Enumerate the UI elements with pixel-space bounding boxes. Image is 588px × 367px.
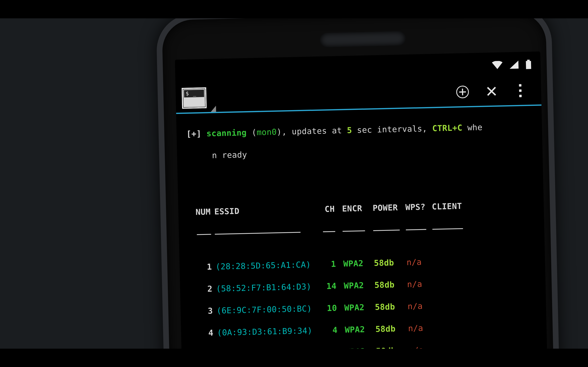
scene-frame: $ _ [0, 18, 588, 349]
interface-name: mon0 [256, 127, 277, 137]
svg-line-4 [459, 92, 466, 92]
hotkey-ctrl-c: CTRL+C [432, 123, 463, 133]
svg-rect-1 [526, 61, 531, 69]
close-button[interactable] [484, 83, 499, 99]
word-scanning: scanning [207, 128, 247, 138]
table-header-rule [189, 221, 541, 240]
table-row: 5(31:94:97:1F:BF:33)7WPA258dbn/a [191, 342, 544, 349]
table-row: 1(28:28:5D:65:A1:CA)1WPA258dbn/a [189, 254, 541, 273]
terminal-tab-label: $ _ [184, 90, 204, 98]
interval-seconds: 5 [347, 125, 352, 135]
cellular-icon [509, 60, 519, 69]
tab-dropdown-icon[interactable] [211, 106, 216, 112]
bracket-plus: [+] [186, 129, 207, 139]
terminal-tab[interactable]: $ _ [182, 87, 207, 109]
table-row: 2(58:52:F7:B1:64:D3)14WPA258dbn/a [190, 276, 542, 295]
battery-icon [525, 59, 532, 69]
phone-screen: $ _ [175, 51, 548, 349]
svg-rect-0 [527, 60, 530, 61]
table-row: 3(6E:9C:7F:00:50:BC)10WPA258dbn/a [190, 298, 543, 317]
table-row: 4(0A:93:D3:61:B9:34)4WPA258dbn/a [191, 320, 543, 339]
terminal-output[interactable]: [+] scanning (mon0), updates at 5 sec in… [176, 106, 548, 349]
overflow-menu-button[interactable] [513, 83, 528, 99]
table-header: NUMESSIDCHENCRPOWERWPS?CLIENT [188, 199, 540, 218]
ap-table: NUMESSIDCHENCRPOWERWPS?CLIENT 1(28:28:5D… [188, 188, 545, 349]
phone-body: $ _ [156, 18, 560, 349]
wifi-icon [492, 61, 503, 69]
add-tab-button[interactable] [455, 84, 470, 100]
phone-speaker [320, 31, 406, 47]
